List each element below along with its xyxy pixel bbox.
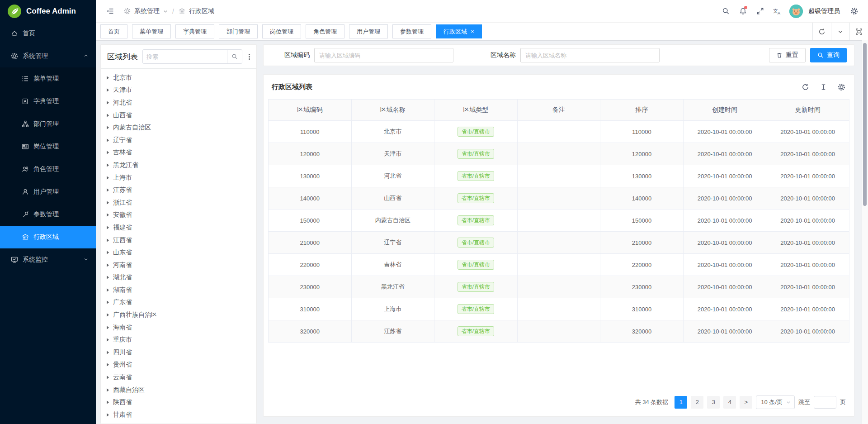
tree-node[interactable]: 广西壮族自治区	[101, 309, 256, 321]
sidebar-item-home[interactable]: 首页	[0, 22, 96, 45]
tree-node[interactable]: 内蒙古自治区	[101, 121, 256, 134]
tab-参数管理[interactable]: 参数管理	[392, 24, 431, 38]
caret-right-icon[interactable]	[107, 351, 109, 354]
settings-gear-icon[interactable]	[846, 4, 862, 19]
table-row[interactable]: 210000辽宁省省市/直辖市2100002020-10-01 00:00:00…	[269, 232, 849, 254]
pagination-page-3[interactable]: 3	[707, 396, 720, 409]
tree-node[interactable]: 重庆市	[101, 333, 256, 346]
menu-fold-icon[interactable]	[102, 4, 118, 19]
tree-node[interactable]: 河北省	[101, 96, 256, 109]
content-maximize-icon[interactable]	[849, 23, 868, 40]
caret-right-icon[interactable]	[107, 238, 109, 242]
tab-用户管理[interactable]: 用户管理	[349, 24, 388, 38]
tree-node[interactable]: 贵州省	[101, 359, 256, 372]
sidebar-item-system-monitor[interactable]: 系统监控	[0, 248, 96, 271]
caret-right-icon[interactable]	[107, 300, 109, 304]
table-row[interactable]: 320000江苏省省市/直辖市3200002020-10-01 00:00:00…	[269, 320, 849, 343]
caret-right-icon[interactable]	[107, 226, 109, 229]
sidebar-item-parameter-management[interactable]: 参数管理	[0, 203, 96, 226]
caret-right-icon[interactable]	[107, 313, 109, 317]
tab-字典管理[interactable]: 字典管理	[175, 24, 214, 38]
translate-icon[interactable]: 文A	[769, 4, 785, 19]
tree-node[interactable]: 辽宁省	[101, 134, 256, 147]
tree-node[interactable]: 四川省	[101, 346, 256, 359]
sidebar-item-system-management[interactable]: 系统管理	[0, 45, 96, 67]
tree-node[interactable]: 上海市	[101, 172, 256, 184]
caret-right-icon[interactable]	[107, 276, 109, 279]
table-row[interactable]: 120000天津市省市/直辖市1200002020-10-01 00:00:00…	[269, 143, 849, 165]
tab-行政区域[interactable]: 行政区域×	[436, 24, 482, 38]
caret-right-icon[interactable]	[107, 151, 109, 154]
caret-right-icon[interactable]	[107, 213, 109, 217]
caret-right-icon[interactable]	[107, 388, 109, 392]
tree-node[interactable]: 浙江省	[101, 196, 256, 209]
tree-node[interactable]: 天津市	[101, 84, 256, 97]
scrollbar-thumb[interactable]	[863, 43, 867, 206]
more-options-icon[interactable]	[247, 54, 252, 60]
sidebar-item-post-management[interactable]: 岗位管理	[0, 135, 96, 158]
pagination-next-button[interactable]: >	[740, 396, 752, 409]
table-row[interactable]: 230000黑龙江省省市/直辖市2300002020-10-01 00:00:0…	[269, 276, 849, 298]
caret-right-icon[interactable]	[107, 288, 109, 292]
tree-node[interactable]: 西藏自治区	[101, 384, 256, 396]
current-user-name[interactable]: 超级管理员	[808, 7, 840, 15]
tabs-dropdown-chevron-icon[interactable]	[831, 23, 849, 40]
notification-bell-icon[interactable]	[735, 4, 750, 19]
caret-right-icon[interactable]	[107, 363, 109, 367]
caret-right-icon[interactable]	[107, 400, 109, 404]
pagination-page-4[interactable]: 4	[723, 396, 736, 409]
tree-node[interactable]: 云南省	[101, 371, 256, 384]
fullscreen-icon[interactable]	[752, 4, 768, 19]
caret-right-icon[interactable]	[107, 376, 109, 379]
tree-node[interactable]: 河南省	[101, 259, 256, 272]
refresh-icon[interactable]	[801, 82, 810, 91]
caret-right-icon[interactable]	[107, 88, 109, 92]
sidebar-item-menu-management[interactable]: 菜单管理	[0, 67, 96, 90]
caret-right-icon[interactable]	[107, 338, 109, 342]
region-name-input[interactable]	[520, 48, 660, 62]
caret-right-icon[interactable]	[107, 326, 109, 329]
breadcrumb-parent[interactable]: 系统管理	[134, 7, 160, 15]
page-scrollbar[interactable]	[862, 40, 868, 424]
tree-node[interactable]: 湖南省	[101, 284, 256, 296]
search-icon[interactable]	[718, 4, 733, 19]
search-button[interactable]: 查询	[810, 48, 847, 62]
caret-right-icon[interactable]	[107, 101, 109, 105]
caret-right-icon[interactable]	[107, 413, 109, 417]
caret-right-icon[interactable]	[107, 138, 109, 142]
avatar[interactable]	[789, 5, 803, 18]
row-density-icon[interactable]	[819, 82, 828, 91]
pagination-page-1[interactable]: 1	[675, 396, 687, 409]
sidebar-item-role-management[interactable]: 角色管理	[0, 158, 96, 181]
caret-right-icon[interactable]	[107, 76, 109, 80]
caret-right-icon[interactable]	[107, 188, 109, 192]
tab-角色管理[interactable]: 角色管理	[306, 24, 344, 38]
tab-首页[interactable]: 首页	[100, 24, 127, 38]
reset-button[interactable]: 重置	[769, 48, 806, 62]
caret-right-icon[interactable]	[107, 251, 109, 254]
tab-菜单管理[interactable]: 菜单管理	[132, 24, 171, 38]
sidebar-item-administrative-region[interactable]: 行政区域	[0, 226, 96, 248]
tree-node[interactable]: 福建省	[101, 221, 256, 234]
table-row[interactable]: 130000河北省省市/直辖市1300002020-10-01 00:00:00…	[269, 165, 849, 187]
table-row[interactable]: 220000吉林省省市/直辖市2200002020-10-01 00:00:00…	[269, 254, 849, 276]
tree-node[interactable]: 海南省	[101, 321, 256, 334]
search-icon[interactable]	[227, 50, 242, 63]
tab-岗位管理[interactable]: 岗位管理	[262, 24, 301, 38]
tree-node[interactable]: 青海省	[101, 421, 256, 424]
sidebar-item-department-management[interactable]: 部门管理	[0, 113, 96, 135]
region-code-input[interactable]	[314, 48, 453, 62]
caret-right-icon[interactable]	[107, 126, 109, 129]
tree-node[interactable]: 吉林省	[101, 147, 256, 159]
tree-node[interactable]: 江西省	[101, 234, 256, 247]
tree-node[interactable]: 安徽省	[101, 209, 256, 222]
pagination-page-2[interactable]: 2	[691, 396, 703, 409]
tabs-refresh-icon[interactable]	[812, 23, 831, 40]
tree-node[interactable]: 陕西省	[101, 396, 256, 409]
tree-node[interactable]: 广东省	[101, 296, 256, 309]
tree-node[interactable]: 黑龙江省	[101, 159, 256, 172]
table-row[interactable]: 310000上海市省市/直辖市3100002020-10-01 00:00:00…	[269, 298, 849, 320]
tree-node[interactable]: 山东省	[101, 246, 256, 259]
tab-部门管理[interactable]: 部门管理	[219, 24, 258, 38]
tab-close-icon[interactable]: ×	[471, 29, 474, 34]
